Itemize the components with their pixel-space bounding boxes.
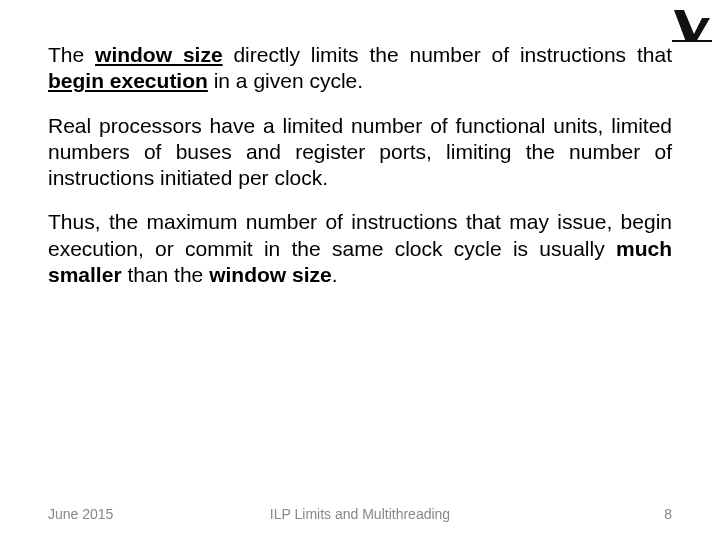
- paragraph-3: Thus, the maximum number of instructions…: [48, 209, 672, 288]
- footer-page-number: 8: [664, 506, 672, 522]
- p3-t3: than the: [122, 263, 210, 286]
- logo-icon: [672, 6, 712, 42]
- slide-footer: June 2015 ILP Limits and Multithreading …: [0, 506, 720, 522]
- p1-begin-execution: begin execution: [48, 69, 208, 92]
- p1-t1: The: [48, 43, 95, 66]
- paragraph-2: Real processors have a limited number of…: [48, 113, 672, 192]
- p3-t1: Thus, the maximum number of instructions…: [48, 210, 672, 259]
- institution-logo: [672, 6, 712, 42]
- p1-window-size: window size: [95, 43, 223, 66]
- footer-date: June 2015: [48, 506, 113, 522]
- p3-t5: .: [332, 263, 338, 286]
- footer-title: ILP Limits and Multithreading: [270, 506, 450, 522]
- p1-t5: in a given cycle.: [208, 69, 363, 92]
- slide: The window size directly limits the numb…: [0, 0, 720, 540]
- p1-t3: directly limits the number of instructio…: [223, 43, 672, 66]
- paragraph-1: The window size directly limits the numb…: [48, 42, 672, 95]
- p3-window-size: window size: [209, 263, 332, 286]
